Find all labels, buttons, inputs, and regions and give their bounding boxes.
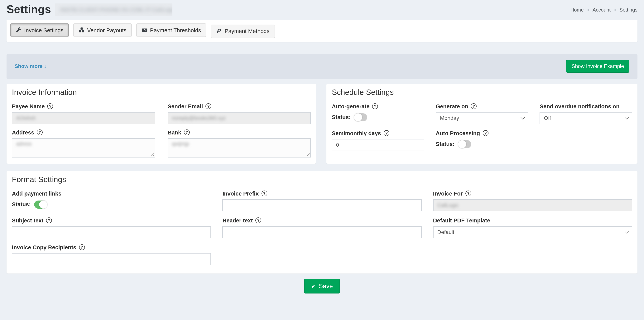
paypal-icon: P xyxy=(216,28,222,34)
tab-label: Payment Thresholds xyxy=(150,27,201,33)
help-icon[interactable]: ? xyxy=(261,190,267,196)
breadcrumb-home[interactable]: Home xyxy=(570,7,584,13)
field-label: Invoice Copy Recipients xyxy=(12,244,76,250)
breadcrumb-separator: > xyxy=(614,7,616,12)
breadcrumb-separator: > xyxy=(587,7,590,12)
show-invoice-example-button[interactable]: Show Invoice Example xyxy=(566,60,630,72)
help-icon[interactable]: ? xyxy=(46,218,52,223)
resize-grip-icon[interactable] xyxy=(306,152,310,156)
help-icon[interactable]: ? xyxy=(184,130,190,135)
field-invoice-for: Invoice For ? CallLogic xyxy=(433,190,632,211)
send-overdue-select[interactable]: Off xyxy=(540,112,632,124)
help-icon[interactable]: ? xyxy=(372,103,378,109)
help-icon[interactable]: ? xyxy=(483,130,488,136)
tab-bar: Invoice Settings Vendor Payouts Payment … xyxy=(6,20,638,42)
chevron-down-icon xyxy=(521,115,525,120)
options-strip: Show more ↓ Show Invoice Example xyxy=(6,54,638,78)
address-textarea[interactable]: adress xyxy=(12,138,155,157)
panel-title: Invoice Information xyxy=(12,88,311,96)
tab-payment-methods[interactable]: P Payment Methods xyxy=(211,24,275,38)
field-auto-generate: Auto-generate ? Status: xyxy=(332,103,424,124)
save-label: Save xyxy=(319,282,333,290)
help-icon[interactable]: ? xyxy=(48,103,53,109)
tab-vendor-payouts[interactable]: Vendor Payouts xyxy=(73,24,132,37)
invoice-copy-recipients-input[interactable] xyxy=(12,253,211,265)
status-label: Status: xyxy=(436,141,454,147)
help-icon[interactable]: ? xyxy=(79,244,85,250)
help-icon[interactable]: ? xyxy=(384,130,390,136)
chevron-down-icon xyxy=(624,229,629,234)
breadcrumb: Home > Account > Settings xyxy=(570,7,638,13)
save-button[interactable]: ✔ Save xyxy=(304,279,340,293)
help-icon[interactable]: ? xyxy=(471,103,477,109)
field-subject-text: Subject text ? xyxy=(12,217,211,238)
field-auto-processing: Auto Processing ? Status: xyxy=(436,130,528,151)
bank-textarea[interactable]: qwijmjp xyxy=(168,138,311,157)
panel-title: Format Settings xyxy=(12,175,632,184)
field-label: Auto Processing xyxy=(436,130,480,136)
field-generate-on: Generate on ? Monday xyxy=(436,103,528,124)
auto-generate-toggle[interactable] xyxy=(354,113,367,121)
breadcrumb-settings: Settings xyxy=(620,7,638,13)
wrench-icon xyxy=(16,27,22,33)
field-label: Send overdue notifications on xyxy=(540,103,620,109)
field-label: Sender Email xyxy=(168,103,203,109)
field-label: Generate on xyxy=(436,103,468,109)
status-label: Status: xyxy=(12,201,31,208)
field-address: Address ? adress xyxy=(12,129,155,157)
field-header-text: Header text ? xyxy=(222,217,422,238)
tab-payment-thresholds[interactable]: Payment Thresholds xyxy=(136,24,206,37)
settings-page: Settings INSTB.CLIENT.PHONE.FA.COM.JT.Ca… xyxy=(0,0,644,320)
invoice-prefix-input[interactable] xyxy=(222,199,422,211)
breadcrumb-account[interactable]: Account xyxy=(592,7,610,13)
masked-client-name: INSTB.CLIENT.PHONE.FA.COM.JT.CallLogic xyxy=(55,4,172,16)
field-invoice-prefix: Invoice Prefix ? xyxy=(222,190,422,211)
chevron-down-icon xyxy=(625,115,629,120)
field-label: Address xyxy=(12,129,34,136)
field-sender-email: Sender Email ? noreply@books360.xyz xyxy=(168,103,311,124)
format-settings-panel: Format Settings Add payment links Status… xyxy=(6,171,638,273)
field-label: Subject text xyxy=(12,217,44,224)
field-label: Invoice Prefix xyxy=(222,190,259,196)
field-label: Default PDF Template xyxy=(433,217,490,224)
generate-on-select[interactable]: Monday xyxy=(436,112,528,124)
help-icon[interactable]: ? xyxy=(37,130,43,135)
default-pdf-template-select[interactable]: Default xyxy=(433,226,632,238)
check-icon: ✔ xyxy=(311,283,316,289)
resize-grip-icon[interactable] xyxy=(150,152,154,156)
field-label: Semimonthly days xyxy=(332,130,381,136)
page-header: Settings INSTB.CLIENT.PHONE.FA.COM.JT.Ca… xyxy=(0,0,644,16)
field-label: Add payment links xyxy=(12,190,62,196)
invoice-for-field[interactable]: CallLogic xyxy=(433,199,632,211)
field-bank: Bank ? qwijmjp xyxy=(168,129,311,157)
show-more-link[interactable]: Show more ↓ xyxy=(14,64,47,69)
field-label: Invoice For xyxy=(433,190,463,196)
field-send-overdue: Send overdue notifications on Off xyxy=(540,103,632,124)
help-icon[interactable]: ? xyxy=(206,103,212,109)
field-label: Payee Name xyxy=(12,103,45,109)
tab-label: Invoice Settings xyxy=(24,27,64,33)
auto-processing-toggle[interactable] xyxy=(458,140,471,148)
sender-email-field[interactable]: noreply@books360.xyz xyxy=(168,112,311,124)
help-icon[interactable]: ? xyxy=(256,218,261,223)
field-payee-name: Payee Name ? AOishsh xyxy=(12,103,155,124)
semimonthly-days-input[interactable] xyxy=(332,139,424,151)
page-title: Settings xyxy=(6,3,51,16)
field-label: Bank xyxy=(168,129,181,136)
panels-row: Invoice Information Payee Name ? AOishsh… xyxy=(6,84,638,164)
subject-text-input[interactable] xyxy=(12,226,211,238)
schedule-settings-panel: Schedule Settings Auto-generate ? Status… xyxy=(326,84,638,164)
field-label: Auto-generate xyxy=(332,103,370,109)
save-row: ✔ Save xyxy=(0,279,644,293)
status-label: Status: xyxy=(332,114,350,120)
cubes-icon xyxy=(79,27,84,33)
payee-name-field[interactable]: AOishsh xyxy=(12,112,155,124)
help-icon[interactable]: ? xyxy=(466,190,471,196)
tab-invoice-settings[interactable]: Invoice Settings xyxy=(10,24,69,37)
field-add-payment-links: Add payment links Status: xyxy=(12,190,211,211)
add-payment-links-toggle[interactable] xyxy=(34,200,47,208)
field-semimonthly-days: Semimonthly days ? xyxy=(332,130,424,151)
field-invoice-copy-recipients: Invoice Copy Recipients ? xyxy=(12,244,211,265)
tab-label: Vendor Payouts xyxy=(87,27,126,33)
header-text-input[interactable] xyxy=(222,226,422,238)
